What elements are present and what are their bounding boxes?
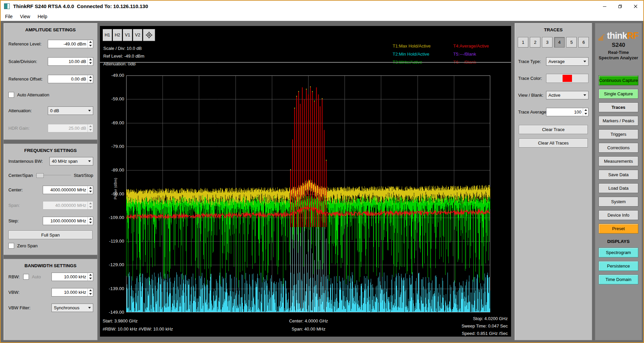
start-stop-label: Start/Stop	[74, 173, 93, 178]
attenuation-dropdown[interactable]: 0 dB	[48, 106, 93, 115]
frequency-settings-title: FREQUENCY SETTINGS	[4, 144, 97, 153]
trace-select-buttons: 1 2 3 4 5 6	[515, 32, 592, 48]
vbw-filter-dropdown[interactable]: Synchronous	[51, 304, 93, 312]
stop-frequency-readout: Stop: 4.0200 GHz	[462, 315, 508, 322]
step-spinner[interactable]	[87, 217, 93, 225]
trace-button-3[interactable]: 3	[542, 37, 552, 48]
trace-color-button[interactable]	[546, 74, 588, 83]
logo-text-think: think	[607, 31, 627, 41]
start-frequency-readout: Start: 3.9800 GHz	[103, 317, 173, 325]
vbw-spinner[interactable]	[87, 288, 93, 296]
spectrum-chart[interactable]: Power (dBm) -49.00-59.00-69.00-79.00-89.…	[126, 75, 490, 312]
crosshair-button[interactable]	[143, 29, 155, 41]
plot-footer-right: Stop: 4.0200 GHz Sweep Time: 0.047 Sec S…	[462, 315, 508, 337]
device-info-button[interactable]: Device Info	[599, 210, 638, 220]
trace-type-dropdown[interactable]: Average	[546, 57, 588, 66]
v2-marker-button[interactable]: V2	[133, 29, 142, 41]
dropdown-arrow-icon	[583, 94, 586, 96]
freq-mode-slider-handle[interactable]	[36, 173, 44, 178]
trace-button-4[interactable]: 4	[554, 37, 565, 48]
step-label: Step:	[8, 218, 19, 223]
app-icon	[4, 3, 10, 9]
y-axis-tick-label: -119.00	[101, 239, 124, 244]
menu-file[interactable]: File	[1, 12, 16, 21]
reference-level-spinner[interactable]	[87, 40, 93, 48]
trace-button-5[interactable]: 5	[566, 37, 577, 48]
trace-average-input[interactable]: 100	[546, 108, 588, 116]
full-span-button[interactable]: Full Span	[8, 230, 93, 239]
freq-mode-slider[interactable]	[36, 175, 71, 176]
trace-button-1[interactable]: 1	[518, 37, 528, 48]
scale-division-input[interactable]: 10.00 dB	[48, 57, 93, 66]
trace-average-spinner[interactable]	[583, 108, 588, 116]
traces-panel: TRACES 1 2 3 4 5 6 Trace Type: Average T…	[514, 23, 592, 340]
h1-marker-button[interactable]: H1	[103, 29, 112, 41]
plot-header-divider	[100, 62, 511, 63]
overlay-scale-div: Scale / Div: 10.0 dB	[103, 44, 144, 52]
y-axis-tick-label: -109.00	[101, 215, 124, 220]
legend-entry-t4: T4:Average/Active	[453, 43, 514, 52]
crosshair-icon	[145, 31, 153, 39]
load-data-button[interactable]: Load Data	[599, 183, 638, 193]
logo-text-rf: RF	[627, 31, 638, 41]
y-axis-tick-label: -69.00	[101, 120, 124, 125]
view-blank-dropdown[interactable]: Active	[546, 91, 588, 99]
markers-peaks-button[interactable]: Markers / Peaks	[599, 116, 638, 126]
rbw-label: RBW:	[8, 274, 20, 279]
reference-level-input[interactable]: -49.00 dBm	[48, 40, 93, 48]
trace-button-6[interactable]: 6	[578, 37, 589, 48]
plot-footer-center: Center: 4.0000 GHz Span: 40.00 MHz	[258, 317, 359, 333]
reference-offset-input[interactable]: 0.00 dB	[48, 75, 93, 83]
trace-button-2[interactable]: 2	[530, 37, 540, 48]
rbw-auto-checkbox[interactable]	[23, 274, 29, 280]
restore-button[interactable]	[612, 1, 628, 12]
hdr-gain-input: 25.00 dB	[48, 124, 93, 132]
overlay-ref-level: Ref Level: -49.0 dBm	[103, 52, 144, 60]
reference-offset-spinner[interactable]	[87, 75, 93, 83]
amplitude-settings-title: AMPLITUDE SETTINGS	[4, 23, 97, 32]
spectrogram-button[interactable]: Spectrogram	[599, 248, 638, 257]
corrections-button[interactable]: Corrections	[599, 143, 638, 153]
v1-marker-button[interactable]: V1	[123, 29, 132, 41]
measurements-button[interactable]: Measurements	[599, 156, 638, 166]
clear-all-traces-button[interactable]: Clear All Traces	[519, 138, 588, 148]
bandwidth-settings-title: BANDWIDTH SETTINGS	[4, 259, 97, 268]
h2-marker-button[interactable]: H2	[113, 29, 122, 41]
preset-button[interactable]: Preset	[599, 224, 638, 233]
spectrum-canvas[interactable]	[126, 75, 490, 312]
center-frequency-input[interactable]: 4000.000000 MHz	[43, 186, 93, 194]
legend-entry-t6: T6:---/Blank	[453, 60, 514, 68]
menu-help[interactable]: Help	[34, 12, 51, 21]
single-capture-button[interactable]: Single Capture	[599, 89, 638, 99]
rbw-spinner[interactable]	[87, 273, 93, 281]
time-domain-button[interactable]: Time Domain	[599, 275, 638, 284]
subtitle-line1: Real-Time	[599, 50, 638, 55]
vbw-label: VBW:	[8, 290, 20, 295]
trace-color-label: Trace Color:	[518, 76, 542, 81]
minimize-button[interactable]	[597, 1, 612, 12]
center-frequency-spinner[interactable]	[87, 186, 93, 194]
attenuation-label: Attenuation:	[8, 108, 32, 113]
rbw-input[interactable]: 10.000 kHz	[51, 273, 93, 281]
persistence-button[interactable]: Persistence	[599, 261, 638, 271]
traces-button[interactable]: Traces	[599, 102, 638, 112]
rbw-vbw-readout: #RBW: 10.00 kHz #VBW: 10.00 kHz	[103, 325, 173, 333]
menu-view[interactable]: View	[16, 12, 34, 21]
y-axis-tick-label: -129.00	[101, 262, 124, 267]
window-title: ThinkRF S240 RTSA 4.0.0 Connected To: 10…	[13, 3, 148, 9]
step-input[interactable]: 1000.000000 MHz	[43, 217, 93, 225]
clear-trace-button[interactable]: Clear Trace	[519, 125, 588, 134]
marker-toolbar: H1 H2 V1 V2	[103, 29, 156, 41]
triggers-button[interactable]: Triggers	[599, 129, 638, 139]
close-button[interactable]	[628, 1, 643, 12]
dropdown-arrow-icon	[88, 160, 91, 162]
zero-span-checkbox[interactable]	[8, 243, 14, 249]
legend-entry-t2: T2:Min Hold/Active	[393, 52, 453, 60]
system-button[interactable]: System	[599, 197, 638, 207]
vbw-input[interactable]: 10.000 kHz	[51, 288, 93, 297]
save-data-button[interactable]: Save Data	[599, 170, 638, 180]
instantaneous-bw-dropdown[interactable]: 40 MHz span	[49, 157, 93, 165]
scale-division-spinner[interactable]	[87, 58, 93, 65]
auto-attenuation-checkbox[interactable]	[8, 92, 14, 98]
continuous-capture-button[interactable]: Continuous Capture	[599, 75, 638, 85]
